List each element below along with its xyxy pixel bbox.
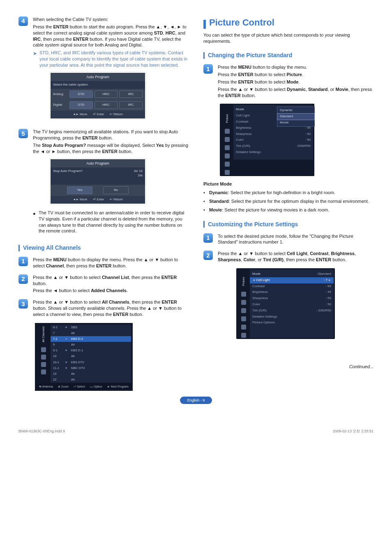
doc-footer-right: 2008-02-13 오전 2:25:51 — [333, 429, 374, 434]
changing-picture-standard-heading: Changing the Picture Standard — [203, 51, 374, 59]
analog-std[interactable]: STD — [69, 91, 93, 98]
osd-yes-no: Yes No — [51, 185, 145, 196]
page-columns: 4 When selecting the Cable TV system: Pr… — [18, 16, 374, 391]
step-4-number: 4 — [18, 16, 28, 26]
bullet-icon: ● — [33, 210, 35, 234]
menu-line: Detailed Settings — [236, 149, 311, 156]
channel-row[interactable]: 7Air — [51, 330, 131, 336]
analog-hrc[interactable]: HRC — [95, 91, 118, 98]
channel-row[interactable]: 22Air — [51, 377, 131, 383]
menu-line: Brightness: 45 — [252, 289, 331, 295]
channel-list-footer: ⇆ Antenna ⊕ Zoom ⏎ Select ▭ Option ► Nex… — [37, 383, 131, 389]
sidebar-icon — [241, 308, 246, 313]
heading-bar-icon — [203, 20, 206, 29]
right-column: Picture Control You can select the type … — [203, 16, 374, 391]
channel-list-sidebar: All Channels — [37, 325, 51, 383]
channel-row[interactable]: 9-1♥KBS D-1 — [51, 348, 131, 353]
mode-submenu: Dynamic Standard Movie — [277, 107, 315, 126]
osd-sidebar: Picture — [238, 269, 250, 338]
step-4-line1: When selecting the Cable TV system: — [33, 16, 189, 23]
custom-step-1-number: 1 — [203, 233, 213, 243]
osd-progress: Air 10 3% — [134, 169, 143, 178]
osd-title: Auto Program — [51, 73, 145, 81]
custom-step-2: 2 Press the ▲ or ▼ button to select Cell… — [203, 251, 374, 264]
custom-step-1: 1 To select the desired picture mode, fo… — [203, 233, 374, 247]
sidebar-icon — [41, 362, 46, 367]
channel-row[interactable]: 7-1♥KBS D-2 — [51, 336, 131, 342]
no-button[interactable]: No — [103, 186, 129, 194]
channel-row[interactable]: 6-1♥SBS — [51, 325, 131, 330]
sidebar-icon — [41, 355, 46, 360]
mode-option-movie[interactable]: Movie — [277, 120, 314, 126]
digital-hrc[interactable]: HRC — [95, 101, 118, 109]
menu-line: Sharpness: 50 — [236, 131, 311, 137]
osd-picture-settings: Picture Mode:Standard◄ Cell Light: 7 ►Co… — [236, 268, 335, 339]
osd-picture-mode: Picture ModeCell LightContrastBrightness… — [220, 104, 314, 176]
menu-line[interactable]: ◄ Cell Light: 7 ► — [250, 277, 334, 283]
osd-row-digital: Digital STD HRC IRC — [51, 100, 145, 111]
menu-line: Color: 50 — [252, 302, 331, 308]
osd-stop-auto-program: Auto Program Stop Auto Program? Air 10 3… — [49, 158, 146, 205]
sidebar-icon — [41, 347, 46, 352]
osd-message: Stop Auto Program? Air 10 3% — [51, 167, 145, 185]
mode-option-dynamic[interactable]: Dynamic — [277, 107, 314, 114]
viewing-all-channels-heading: Viewing All Channels — [18, 244, 189, 252]
page-number-badge: English - 9 — [180, 397, 212, 404]
step-5: 5 The TV begins memorizing all available… — [18, 129, 189, 237]
mode-option-standard[interactable]: Standard — [277, 113, 315, 120]
osd-sidebar: Picture — [221, 105, 233, 175]
view-step-2-number: 2 — [18, 274, 28, 284]
view-step-1-number: 1 — [18, 257, 28, 266]
arrow-icon: ➤ — [33, 50, 37, 68]
analog-irc[interactable]: IRC — [119, 91, 143, 98]
page-footer: English - 9 — [18, 397, 374, 404]
osd-content: ModeCell LightContrastBrightness: 45Shar… — [233, 105, 313, 159]
step-4: 4 When selecting the Cable TV system: Pr… — [18, 16, 189, 125]
menu-line: Sharpness: 50 — [252, 295, 331, 302]
picture-control-heading: Picture Control — [203, 16, 374, 29]
document-footer: BN68-01363C-00Eng.indd 9 2008-02-13 오전 2… — [18, 429, 374, 434]
step-5-number: 5 — [18, 129, 28, 138]
step-4-line2: Press the ENTER button to start the auto… — [33, 24, 189, 48]
change-step-1: 1 Press the MENU button to display the m… — [203, 64, 374, 100]
sidebar-icon — [41, 369, 46, 374]
picture-mode-list: •Dynamic: Select the picture for high-de… — [203, 190, 374, 213]
antenna-note: ● The TV must be connected to an antenna… — [33, 210, 189, 234]
menu-line: Picture Options — [252, 320, 331, 326]
step-5-line2: The Stop Auto Program? message will be d… — [33, 142, 189, 155]
osd-footer: ◄► Move ⏎ Enter ↩ Return — [51, 196, 145, 204]
sidebar-icon — [225, 162, 230, 167]
sidebar-icon — [241, 316, 246, 321]
sidebar-icon — [241, 325, 246, 330]
osd-title: Auto Program — [51, 159, 145, 167]
menu-line: Mode:Standard — [252, 271, 331, 277]
sidebar-icon — [241, 333, 246, 338]
sidebar-icon — [225, 137, 230, 142]
sidebar-icon — [225, 129, 230, 134]
sidebar-icon — [241, 300, 246, 305]
heading-bar-icon — [18, 245, 20, 251]
sidebar-icon — [225, 153, 230, 158]
sidebar-icon — [225, 170, 230, 175]
yes-button[interactable]: Yes — [67, 186, 92, 194]
picture-control-intro: You can select the type of picture which… — [203, 32, 374, 44]
view-step-1: 1 Press the MENU button to display the m… — [18, 257, 189, 270]
channel-row[interactable]: 10-1♥EBS DTV — [51, 360, 131, 365]
step-5-body: The TV begins memorizing all available s… — [33, 129, 189, 237]
channel-row[interactable]: 10Air — [51, 353, 131, 359]
osd-footer: ◄► Move ⏎ Enter ↩ Return — [51, 111, 145, 118]
menu-line: Detailed Settings — [252, 314, 331, 320]
heading-bar-icon — [203, 52, 205, 59]
continued-label: Continued... — [203, 364, 374, 370]
view-step-3: 3 Press the ▲ or ▼ button to select All … — [18, 299, 189, 319]
left-column: 4 When selecting the Cable TV system: Pr… — [18, 16, 189, 391]
digital-std[interactable]: STD — [69, 101, 93, 109]
channel-row[interactable]: 11-1♥MBC DTV — [51, 365, 131, 371]
sidebar-icon — [225, 145, 230, 150]
picture-mode-item: •Movie: Select the picture for viewing m… — [203, 207, 374, 213]
osd-row-analog: Analog STD HRC IRC — [51, 89, 145, 100]
channel-row[interactable]: 19Air — [51, 371, 131, 377]
digital-irc[interactable]: IRC — [119, 101, 143, 109]
doc-footer-left: BN68-01363C-00Eng.indd 9 — [18, 429, 65, 434]
channel-row[interactable]: 9Air — [51, 342, 131, 348]
